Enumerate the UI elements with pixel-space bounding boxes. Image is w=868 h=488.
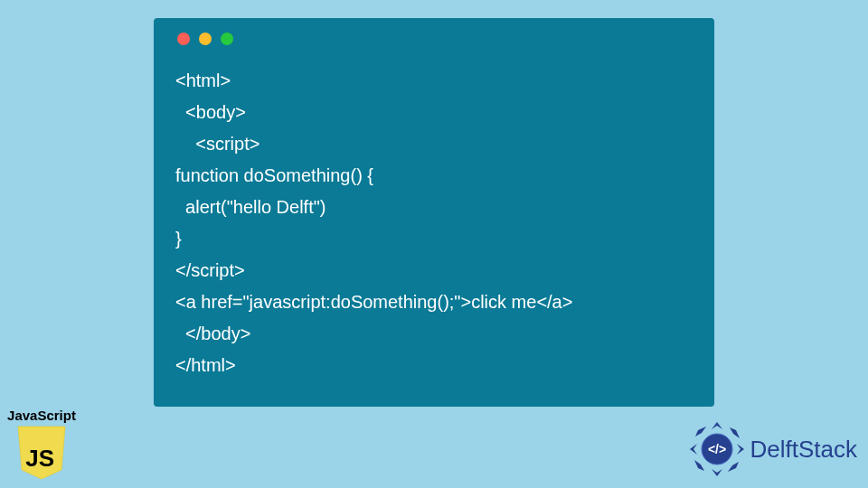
delftstack-logo-icon: </>	[689, 421, 745, 477]
window-maximize-dot	[221, 33, 233, 45]
js-shield-text: JS	[25, 445, 54, 472]
javascript-badge: JavaScript JS	[5, 408, 79, 481]
window-minimize-dot	[199, 33, 212, 45]
javascript-shield-icon: JS	[16, 425, 67, 481]
javascript-label: JavaScript	[5, 408, 79, 423]
window-controls	[177, 33, 693, 45]
code-content: <html> <body> <script> function doSometh…	[175, 65, 693, 381]
delftstack-text: DelftStack	[750, 436, 858, 464]
delftstack-badge: </> DelftStack	[689, 421, 858, 477]
svg-text:</>: </>	[707, 442, 725, 456]
window-close-dot	[177, 33, 190, 45]
code-window: <html> <body> <script> function doSometh…	[154, 18, 714, 407]
